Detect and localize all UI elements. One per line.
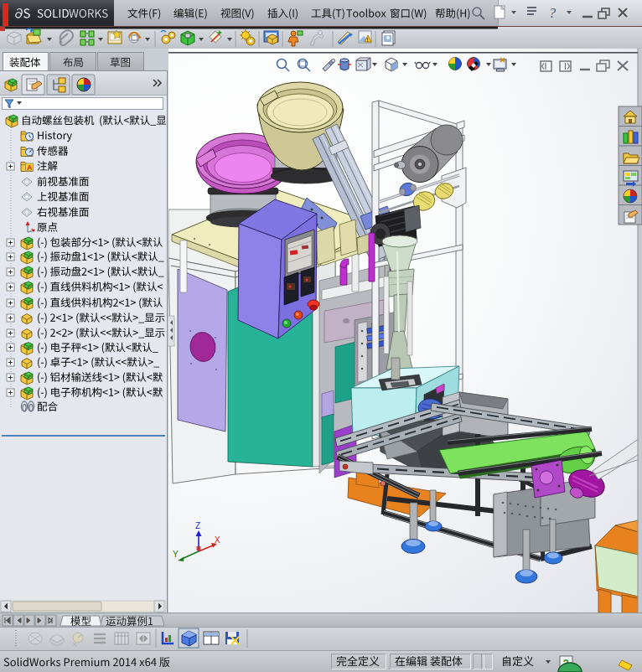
svg-text:!: ! [367,37,369,43]
svg-text:X: X [215,535,220,545]
svg-text:?: ? [549,6,556,20]
svg-text:Y: Y [173,550,179,559]
svg-text:Z: Z [195,521,200,530]
